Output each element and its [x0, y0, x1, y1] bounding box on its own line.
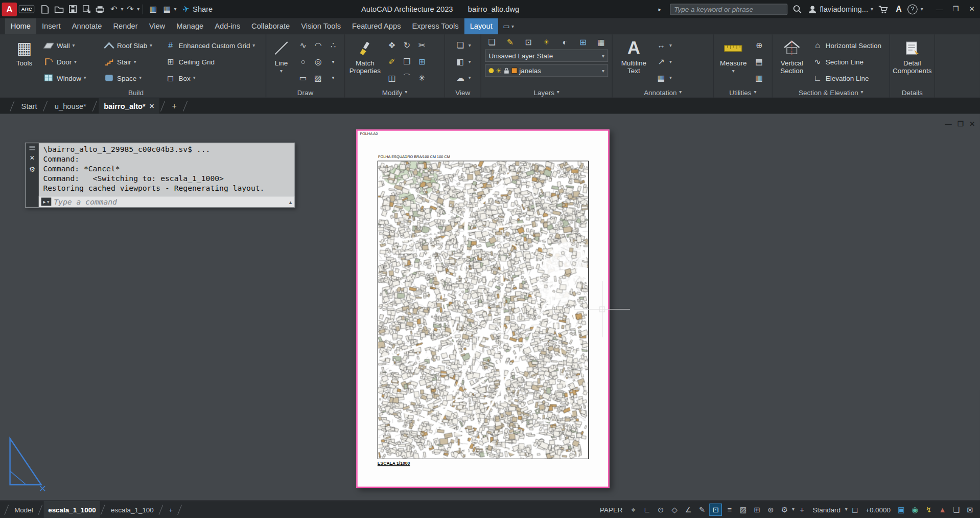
autocad-logo-icon[interactable]: A [2, 2, 17, 16]
layer-merge-icon[interactable]: ▦ [596, 37, 607, 47]
explode-icon[interactable]: ✳ [414, 70, 429, 86]
account-menu[interactable]: flaviadoming... [807, 4, 873, 14]
door-button[interactable]: Door [42, 54, 99, 69]
chevron-down-icon[interactable] [84, 75, 86, 81]
layer-isolate-icon[interactable]: ⊡ [523, 37, 534, 47]
polyline-icon[interactable]: ∿ [296, 37, 311, 53]
circle-icon[interactable]: ○ [296, 53, 311, 70]
tab-vision-tools[interactable]: Vision Tools [295, 18, 346, 34]
panel-label-annotation[interactable]: Annotation [613, 87, 713, 98]
stair-button[interactable]: Stair [102, 54, 160, 69]
layer-state-dropdown[interactable]: Unsaved Layer State [485, 50, 608, 62]
display-settings-icon[interactable]: ❏ [950, 503, 962, 515]
annotation-monitor-icon[interactable]: ⊕ [764, 503, 777, 515]
command-prompt-icon[interactable]: ▸ [41, 198, 52, 206]
transparency-icon[interactable]: ▨ [737, 503, 749, 515]
polar-tracking-icon[interactable]: ⊙ [655, 503, 667, 515]
layout-grid-icon[interactable]: ▦ [160, 2, 174, 16]
tab-view[interactable]: View [144, 18, 171, 34]
viewport-close-icon[interactable]: ✕ [969, 120, 975, 128]
sheet-set-icon[interactable]: ▥ [147, 2, 160, 16]
horizontal-section-button[interactable]: ⌂ Horizontal Section [810, 38, 884, 53]
map-viewport-frame[interactable] [378, 161, 589, 459]
command-window[interactable]: ✕ ⚙ \bairro_alto_1_29985_c00c04b3.sv$ ..… [25, 143, 295, 208]
qat-customize-chevron-icon[interactable] [174, 6, 177, 12]
multiline-text-button[interactable]: A Multiline Text [616, 37, 651, 87]
clean-screen-icon[interactable]: ⊠ [964, 503, 976, 515]
save-icon[interactable] [66, 2, 80, 16]
array-icon[interactable]: ⊞ [414, 53, 429, 70]
object-snap-icon[interactable]: ⊡ [710, 503, 722, 515]
points-icon[interactable]: ∴ [325, 37, 340, 53]
layer-freeze-icon[interactable]: ☀ [541, 37, 552, 47]
panel-label-layers[interactable]: Layers [481, 87, 612, 98]
chevron-down-icon[interactable] [280, 69, 283, 74]
wrench-icon[interactable]: ⚙ [29, 166, 35, 174]
cart-icon[interactable] [876, 2, 890, 16]
window-button[interactable]: Window [42, 71, 99, 85]
chevron-down-icon[interactable] [669, 42, 672, 48]
annotation-scale-dropdown[interactable]: Standard [809, 506, 844, 513]
space-button[interactable]: Space [102, 71, 160, 85]
isometric-drafting-icon[interactable]: ◇ [668, 503, 681, 515]
layer-properties-icon[interactable]: ❏ [486, 37, 498, 47]
search-input[interactable] [674, 5, 783, 13]
trim-icon[interactable]: ✂ [414, 37, 429, 53]
chevron-down-icon[interactable] [74, 59, 77, 64]
id-point-button[interactable]: ⊕ [752, 38, 768, 53]
chevron-down-icon[interactable] [325, 53, 340, 70]
close-button[interactable]: ✕ [964, 0, 980, 18]
drawing-area[interactable]: — ❐ ✕ ✕ ⚙ \bairro_alto_1_29985_c00c04b3.… [0, 114, 980, 501]
chevron-down-icon[interactable] [845, 507, 848, 512]
chevron-down-icon[interactable] [252, 42, 255, 48]
tab-featured-apps[interactable]: Featured Apps [346, 18, 407, 34]
tab-collaborate[interactable]: Collaborate [246, 18, 295, 34]
table-button[interactable]: ▦ [655, 71, 698, 85]
close-tab-icon[interactable]: ✕ [149, 103, 154, 109]
panel-label-build[interactable]: Build [6, 87, 266, 98]
graphics-performance-icon[interactable]: ▣ [895, 503, 907, 515]
tab-home[interactable]: Home [5, 18, 36, 34]
file-tab-u-house[interactable]: u_house* [50, 98, 91, 114]
new-layout-button[interactable]: + [165, 501, 177, 518]
section-line-button[interactable]: ∿ Section Line [810, 54, 884, 69]
tab-layout[interactable]: Layout [464, 18, 498, 34]
tools-button[interactable]: ▦ Tools [10, 37, 39, 87]
search-icon[interactable] [790, 2, 804, 16]
workspace-icon[interactable]: ◻ [849, 503, 861, 515]
vertical-section-button[interactable]: Vertical Section [776, 37, 807, 87]
chevron-down-icon[interactable] [469, 42, 471, 48]
named-views-button[interactable]: ☁ [453, 71, 472, 85]
city-map-drawing[interactable] [378, 162, 588, 459]
isolate-objects-icon[interactable]: ◉ [909, 503, 921, 515]
roof-slab-button[interactable]: Roof Slab [102, 38, 160, 53]
dynamic-input-icon[interactable]: ✎ [696, 503, 708, 515]
chevron-down-icon[interactable] [469, 59, 471, 64]
file-tab-start[interactable]: Start [16, 98, 42, 114]
move-icon[interactable]: ✥ [384, 37, 399, 53]
chevron-down-icon[interactable] [732, 69, 735, 74]
command-input-row[interactable]: ▸ ▴ [39, 196, 294, 207]
object-snap-tracking-icon[interactable]: ∠ [682, 503, 694, 515]
hatch-icon[interactable]: ▨ [311, 70, 325, 86]
wall-button[interactable]: Wall [42, 38, 99, 53]
command-close-icon[interactable]: ✕ [30, 154, 35, 161]
model-tab[interactable]: Model [10, 501, 38, 518]
match-properties-button[interactable]: Match Properties [349, 37, 382, 87]
chevron-down-icon[interactable] [669, 75, 672, 81]
viewport-minimize-icon[interactable]: — [945, 120, 951, 128]
donut-icon[interactable]: ◎ [311, 53, 325, 70]
arc-icon[interactable]: ◠ [311, 37, 325, 53]
chevron-down-icon[interactable] [325, 70, 340, 86]
search-field[interactable] [670, 4, 787, 15]
hardware-acceleration-icon[interactable]: ↯ [922, 503, 935, 515]
list-button[interactable]: ▥ [752, 71, 768, 85]
rectangle-icon[interactable]: ▭ [296, 70, 311, 86]
ortho-icon[interactable]: ∟ [641, 503, 653, 515]
viewport-button[interactable]: ◧ [453, 54, 472, 69]
panel-label-section-elevation[interactable]: Section & Elevation [773, 87, 890, 98]
file-tab-bairro-alto[interactable]: bairro_alto* ✕ [99, 98, 159, 114]
dimension-button[interactable]: ↔ [655, 38, 698, 53]
help-chevron-icon[interactable] [921, 6, 923, 12]
ribbon-display-toggle[interactable]: ▭ [498, 18, 519, 34]
